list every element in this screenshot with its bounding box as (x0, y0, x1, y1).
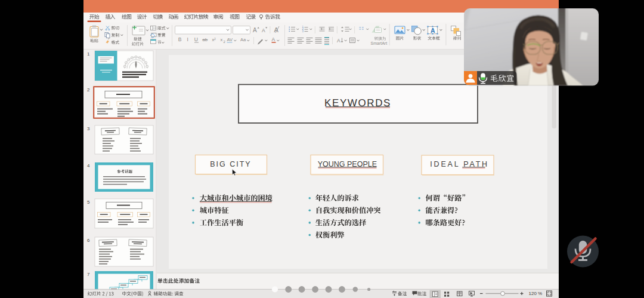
svg-text:I: I (187, 36, 188, 42)
svg-text:4: 4 (87, 163, 90, 168)
svg-text:A: A (431, 27, 435, 34)
svg-text:x²: x² (212, 37, 216, 42)
svg-text:7: 7 (87, 272, 90, 277)
svg-text:3: 3 (87, 126, 90, 131)
svg-text:B: B (178, 36, 182, 42)
svg-text:5: 5 (87, 199, 90, 205)
svg-text:A: A (262, 27, 265, 33)
svg-text:U: U (194, 36, 198, 42)
svg-text:SmartArt: SmartArt (371, 41, 388, 45)
svg-text:x: x (221, 37, 223, 42)
svg-text:Aa: Aa (240, 37, 246, 42)
svg-text:120 %: 120 % (529, 291, 543, 296)
svg-text:AV: AV (227, 37, 233, 42)
svg-text:6: 6 (87, 238, 90, 243)
svg-text:BIG CITY: BIG CITY (210, 160, 251, 168)
svg-text:A: A (274, 26, 279, 33)
svg-text:A: A (272, 36, 275, 42)
svg-text:A: A (337, 38, 340, 44)
svg-text:A: A (253, 27, 257, 33)
svg-text:1: 1 (87, 51, 90, 57)
svg-text:2: 2 (87, 87, 90, 93)
